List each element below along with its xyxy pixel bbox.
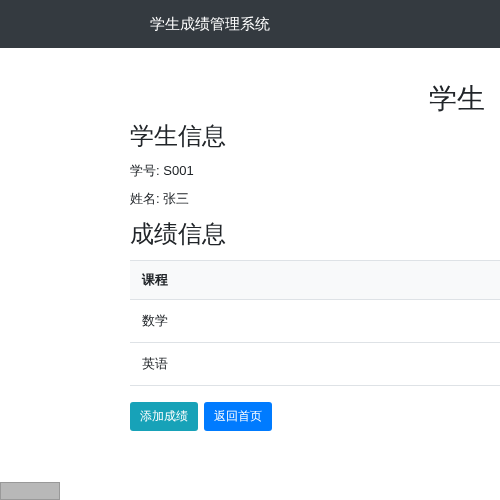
button-row: 添加成绩 返回首页	[130, 402, 500, 431]
student-id-line: 学号: S001	[130, 162, 500, 180]
main-content: 学生信息 学号: S001 姓名: 张三 成绩信息 课程 数学 英语 添加成绩 …	[0, 48, 500, 431]
navbar: 学生成绩管理系统	[0, 0, 500, 48]
back-home-button[interactable]: 返回首页	[204, 402, 272, 431]
student-info-heading: 学生信息	[130, 120, 500, 152]
student-name-label: 姓名:	[130, 191, 160, 206]
student-name-value: 张三	[163, 191, 189, 206]
add-grade-button[interactable]: 添加成绩	[130, 402, 198, 431]
student-id-label: 学号:	[130, 163, 160, 178]
student-id-value: S001	[163, 163, 193, 178]
table-header-course: 课程	[130, 260, 500, 299]
page-title-partial: 学生	[429, 80, 485, 118]
grades-heading: 成绩信息	[130, 218, 500, 250]
app-title: 学生成绩管理系统	[0, 15, 270, 34]
grades-table: 课程 数学 英语	[130, 260, 500, 386]
taskbar-fragment	[0, 482, 60, 500]
table-row: 英语	[130, 342, 500, 386]
table-row: 数学	[130, 299, 500, 342]
student-name-line: 姓名: 张三	[130, 190, 500, 208]
